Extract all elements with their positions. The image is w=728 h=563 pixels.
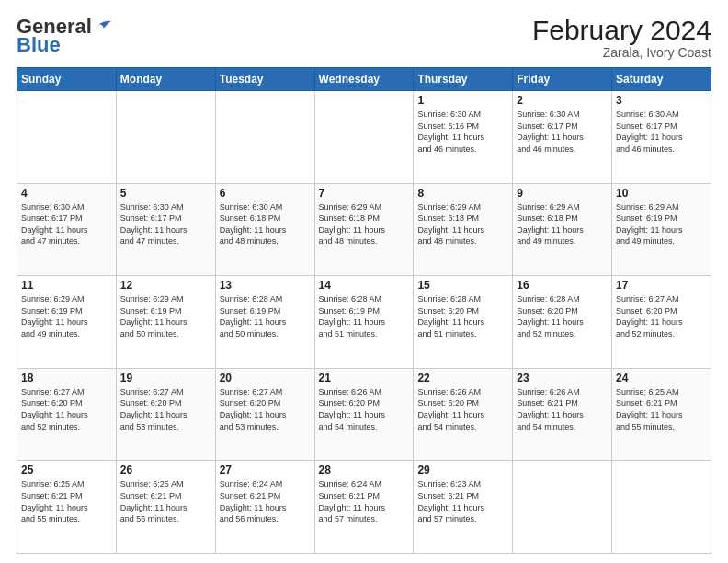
table-row: 27Sunrise: 6:24 AM Sunset: 6:21 PM Dayli… bbox=[215, 461, 314, 554]
day-info: Sunrise: 6:30 AM Sunset: 6:17 PM Dayligh… bbox=[21, 201, 112, 247]
day-info: Sunrise: 6:30 AM Sunset: 6:17 PM Dayligh… bbox=[517, 109, 608, 155]
logo-bird-icon bbox=[93, 17, 113, 34]
col-monday: Monday bbox=[116, 68, 215, 91]
day-number: 20 bbox=[220, 372, 311, 385]
table-row: 2Sunrise: 6:30 AM Sunset: 6:17 PM Daylig… bbox=[513, 91, 612, 184]
calendar-week-row: 18Sunrise: 6:27 AM Sunset: 6:20 PM Dayli… bbox=[17, 368, 711, 461]
day-number: 28 bbox=[319, 464, 410, 477]
col-sunday: Sunday bbox=[17, 68, 117, 91]
day-info: Sunrise: 6:27 AM Sunset: 6:20 PM Dayligh… bbox=[21, 386, 112, 432]
day-number: 23 bbox=[517, 372, 608, 385]
table-row: 28Sunrise: 6:24 AM Sunset: 6:21 PM Dayli… bbox=[314, 461, 414, 554]
day-number: 29 bbox=[417, 464, 508, 477]
day-info: Sunrise: 6:29 AM Sunset: 6:18 PM Dayligh… bbox=[319, 201, 410, 247]
day-info: Sunrise: 6:24 AM Sunset: 6:21 PM Dayligh… bbox=[220, 478, 311, 524]
table-row: 3Sunrise: 6:30 AM Sunset: 6:17 PM Daylig… bbox=[612, 91, 711, 184]
day-info: Sunrise: 6:27 AM Sunset: 6:20 PM Dayligh… bbox=[120, 386, 211, 432]
day-number: 19 bbox=[120, 372, 211, 385]
day-number: 14 bbox=[319, 279, 410, 292]
logo-blue-text: Blue bbox=[17, 33, 61, 57]
table-row: 7Sunrise: 6:29 AM Sunset: 6:18 PM Daylig… bbox=[314, 183, 414, 276]
day-info: Sunrise: 6:23 AM Sunset: 6:21 PM Dayligh… bbox=[417, 478, 508, 524]
table-row: 15Sunrise: 6:28 AM Sunset: 6:20 PM Dayli… bbox=[414, 276, 513, 369]
table-row: 29Sunrise: 6:23 AM Sunset: 6:21 PM Dayli… bbox=[414, 461, 513, 554]
table-row: 13Sunrise: 6:28 AM Sunset: 6:19 PM Dayli… bbox=[215, 276, 314, 369]
table-row: 10Sunrise: 6:29 AM Sunset: 6:19 PM Dayli… bbox=[612, 183, 711, 276]
day-info: Sunrise: 6:29 AM Sunset: 6:19 PM Dayligh… bbox=[120, 293, 211, 339]
header: General Blue February 2024 Zarala, Ivory… bbox=[17, 15, 711, 60]
day-number: 15 bbox=[417, 279, 508, 292]
calendar-week-row: 1Sunrise: 6:30 AM Sunset: 6:16 PM Daylig… bbox=[17, 91, 711, 184]
day-info: Sunrise: 6:29 AM Sunset: 6:18 PM Dayligh… bbox=[417, 201, 508, 247]
day-number: 1 bbox=[417, 94, 508, 107]
table-row: 25Sunrise: 6:25 AM Sunset: 6:21 PM Dayli… bbox=[17, 461, 117, 554]
day-number: 3 bbox=[616, 94, 707, 107]
calendar-table: Sunday Monday Tuesday Wednesday Thursday… bbox=[17, 67, 711, 554]
day-info: Sunrise: 6:27 AM Sunset: 6:20 PM Dayligh… bbox=[616, 293, 707, 339]
col-wednesday: Wednesday bbox=[314, 68, 414, 91]
table-row bbox=[215, 91, 314, 184]
table-row: 6Sunrise: 6:30 AM Sunset: 6:18 PM Daylig… bbox=[215, 183, 314, 276]
table-row bbox=[314, 91, 414, 184]
day-number: 24 bbox=[616, 372, 707, 385]
day-number: 17 bbox=[616, 279, 707, 292]
calendar-week-row: 4Sunrise: 6:30 AM Sunset: 6:17 PM Daylig… bbox=[17, 183, 711, 276]
day-number: 27 bbox=[220, 464, 311, 477]
table-row bbox=[513, 461, 612, 554]
day-number: 22 bbox=[417, 372, 508, 385]
day-number: 7 bbox=[319, 187, 410, 200]
table-row: 19Sunrise: 6:27 AM Sunset: 6:20 PM Dayli… bbox=[116, 368, 215, 461]
table-row: 23Sunrise: 6:26 AM Sunset: 6:21 PM Dayli… bbox=[513, 368, 612, 461]
table-row: 14Sunrise: 6:28 AM Sunset: 6:19 PM Dayli… bbox=[314, 276, 414, 369]
table-row: 5Sunrise: 6:30 AM Sunset: 6:17 PM Daylig… bbox=[116, 183, 215, 276]
calendar-week-row: 11Sunrise: 6:29 AM Sunset: 6:19 PM Dayli… bbox=[17, 276, 711, 369]
col-saturday: Saturday bbox=[612, 68, 711, 91]
day-number: 5 bbox=[120, 187, 211, 200]
table-row: 8Sunrise: 6:29 AM Sunset: 6:18 PM Daylig… bbox=[414, 183, 513, 276]
day-info: Sunrise: 6:25 AM Sunset: 6:21 PM Dayligh… bbox=[21, 478, 112, 524]
calendar-header-row: Sunday Monday Tuesday Wednesday Thursday… bbox=[17, 68, 711, 91]
logo: General Blue bbox=[17, 15, 113, 57]
table-row: 12Sunrise: 6:29 AM Sunset: 6:19 PM Dayli… bbox=[116, 276, 215, 369]
day-info: Sunrise: 6:30 AM Sunset: 6:18 PM Dayligh… bbox=[220, 201, 311, 247]
calendar-week-row: 25Sunrise: 6:25 AM Sunset: 6:21 PM Dayli… bbox=[17, 461, 711, 554]
table-row: 9Sunrise: 6:29 AM Sunset: 6:18 PM Daylig… bbox=[513, 183, 612, 276]
table-row: 11Sunrise: 6:29 AM Sunset: 6:19 PM Dayli… bbox=[17, 276, 117, 369]
day-number: 21 bbox=[319, 372, 410, 385]
day-number: 26 bbox=[120, 464, 211, 477]
day-number: 13 bbox=[220, 279, 311, 292]
day-info: Sunrise: 6:29 AM Sunset: 6:19 PM Dayligh… bbox=[616, 201, 707, 247]
table-row: 17Sunrise: 6:27 AM Sunset: 6:20 PM Dayli… bbox=[612, 276, 711, 369]
day-info: Sunrise: 6:28 AM Sunset: 6:19 PM Dayligh… bbox=[220, 293, 311, 339]
day-number: 18 bbox=[21, 372, 112, 385]
table-row: 22Sunrise: 6:26 AM Sunset: 6:20 PM Dayli… bbox=[414, 368, 513, 461]
title-location: Zarala, Ivory Coast bbox=[532, 45, 711, 60]
day-number: 16 bbox=[517, 279, 608, 292]
table-row bbox=[612, 461, 711, 554]
day-number: 11 bbox=[21, 279, 112, 292]
day-info: Sunrise: 6:24 AM Sunset: 6:21 PM Dayligh… bbox=[319, 478, 410, 524]
table-row: 16Sunrise: 6:28 AM Sunset: 6:20 PM Dayli… bbox=[513, 276, 612, 369]
table-row: 20Sunrise: 6:27 AM Sunset: 6:20 PM Dayli… bbox=[215, 368, 314, 461]
day-number: 9 bbox=[517, 187, 608, 200]
day-info: Sunrise: 6:26 AM Sunset: 6:21 PM Dayligh… bbox=[517, 386, 608, 432]
col-thursday: Thursday bbox=[414, 68, 513, 91]
col-friday: Friday bbox=[513, 68, 612, 91]
title-month: February 2024 bbox=[532, 15, 711, 45]
day-number: 2 bbox=[517, 94, 608, 107]
day-number: 25 bbox=[21, 464, 112, 477]
day-info: Sunrise: 6:25 AM Sunset: 6:21 PM Dayligh… bbox=[616, 386, 707, 432]
table-row: 26Sunrise: 6:25 AM Sunset: 6:21 PM Dayli… bbox=[116, 461, 215, 554]
day-number: 6 bbox=[220, 187, 311, 200]
day-info: Sunrise: 6:28 AM Sunset: 6:19 PM Dayligh… bbox=[319, 293, 410, 339]
day-info: Sunrise: 6:30 AM Sunset: 6:16 PM Dayligh… bbox=[417, 109, 508, 155]
table-row bbox=[17, 91, 117, 184]
day-info: Sunrise: 6:29 AM Sunset: 6:19 PM Dayligh… bbox=[21, 293, 112, 339]
table-row: 24Sunrise: 6:25 AM Sunset: 6:21 PM Dayli… bbox=[612, 368, 711, 461]
day-number: 4 bbox=[21, 187, 112, 200]
day-info: Sunrise: 6:29 AM Sunset: 6:18 PM Dayligh… bbox=[517, 201, 608, 247]
day-number: 12 bbox=[120, 279, 211, 292]
table-row: 1Sunrise: 6:30 AM Sunset: 6:16 PM Daylig… bbox=[414, 91, 513, 184]
day-info: Sunrise: 6:28 AM Sunset: 6:20 PM Dayligh… bbox=[517, 293, 608, 339]
table-row: 18Sunrise: 6:27 AM Sunset: 6:20 PM Dayli… bbox=[17, 368, 117, 461]
